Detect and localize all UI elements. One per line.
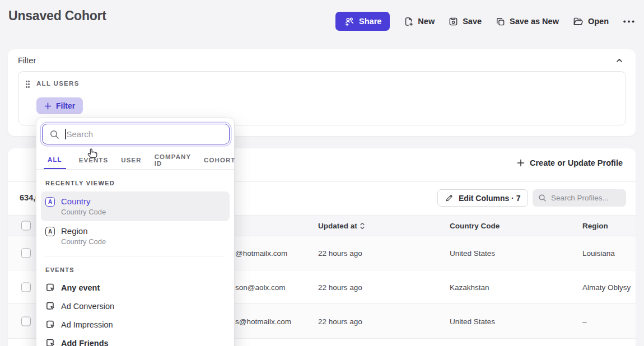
dropdown-tabs: ALL EVENTS USER COMPANY ID COHORT bbox=[36, 151, 234, 170]
row-checkbox[interactable] bbox=[21, 282, 31, 292]
tab-cohort[interactable]: COHORT bbox=[204, 151, 235, 169]
add-filter-button-label: Filter bbox=[56, 101, 75, 110]
column-header-region[interactable]: Region bbox=[582, 222, 608, 230]
edit-columns-button[interactable]: Edit Columns · 7 bbox=[437, 189, 528, 207]
floppy-disk-icon bbox=[449, 17, 458, 26]
list-item-region[interactable]: A Region Country Code bbox=[41, 221, 230, 251]
search-icon bbox=[538, 194, 547, 202]
tab-user[interactable]: USER bbox=[121, 151, 141, 169]
plus-icon bbox=[517, 159, 525, 167]
list-item-ad-conversion[interactable]: Ad Conversion bbox=[41, 297, 230, 315]
tab-all[interactable]: ALL bbox=[44, 151, 66, 169]
plus-icon bbox=[44, 102, 52, 110]
add-filter-button[interactable]: Filter bbox=[36, 97, 83, 114]
item-title: Ad Impression bbox=[61, 320, 113, 329]
cell-email: s@hotmailx.com bbox=[235, 317, 291, 325]
all-users-label: ALL USERS bbox=[36, 80, 80, 87]
click-cursor-icon bbox=[45, 301, 55, 311]
column-header-updated-at[interactable]: Updated at bbox=[318, 222, 365, 230]
dropdown-list: RECENTLY VIEWED A Country Country Code A… bbox=[41, 170, 230, 346]
click-cursor-icon bbox=[45, 320, 55, 329]
filter-dropdown: Search ALL EVENTS USER COMPANY ID COHORT… bbox=[36, 118, 235, 346]
cell-email: @hotmailx.com bbox=[235, 249, 287, 258]
top-action-bar: Share New Save Save as New bbox=[335, 12, 635, 31]
list-item-country[interactable]: A Country Country Code bbox=[41, 191, 230, 221]
list-item-add-friends[interactable]: Add Friends bbox=[41, 334, 230, 346]
recently-viewed-heading: RECENTLY VIEWED bbox=[41, 170, 230, 191]
cell-region: Louisiana bbox=[582, 249, 615, 258]
pencil-icon bbox=[445, 194, 454, 202]
select-all-checkbox[interactable] bbox=[21, 221, 31, 231]
filter-panel-title: Filter bbox=[18, 56, 36, 65]
item-title: Add Friends bbox=[61, 339, 109, 346]
row-checkbox[interactable] bbox=[21, 316, 31, 326]
item-title: Country bbox=[61, 197, 106, 206]
dropdown-search-placeholder: Search bbox=[67, 129, 94, 139]
people-plus-icon bbox=[344, 16, 354, 27]
letter-a-icon: A bbox=[45, 197, 55, 207]
row-checkbox[interactable] bbox=[21, 249, 31, 258]
text-caret bbox=[65, 129, 66, 139]
ellipsis-icon bbox=[623, 20, 635, 24]
folder-open-icon bbox=[573, 17, 584, 26]
open-button-label: Open bbox=[588, 17, 609, 26]
updated-at-label: Updated at bbox=[318, 222, 357, 230]
save-as-new-button-label: Save as New bbox=[510, 17, 559, 26]
open-button[interactable]: Open bbox=[573, 17, 609, 26]
item-subtitle: Country Code bbox=[61, 208, 106, 216]
events-heading: EVENTS bbox=[41, 256, 230, 278]
region-label: Region bbox=[582, 222, 608, 230]
cell-updated-at: 22 hours ago bbox=[318, 249, 362, 258]
new-button[interactable]: New bbox=[404, 17, 435, 26]
click-cursor-icon bbox=[45, 283, 55, 292]
column-header-country-code[interactable]: Country Code bbox=[450, 222, 500, 230]
cell-country: United States bbox=[450, 317, 495, 325]
share-button-label: Share bbox=[359, 17, 381, 26]
list-item-ad-impression[interactable]: Ad Impression bbox=[41, 315, 230, 334]
letter-a-icon: A bbox=[45, 227, 55, 236]
cell-email: son@aolx.com bbox=[235, 283, 286, 291]
save-button[interactable]: Save bbox=[449, 17, 482, 26]
cell-country: United States bbox=[450, 249, 495, 258]
cell-region: – bbox=[582, 317, 587, 325]
new-button-label: New bbox=[418, 17, 435, 26]
profiles-search bbox=[533, 189, 626, 207]
drag-handle-icon[interactable] bbox=[26, 81, 30, 89]
item-title: Ad Conversion bbox=[61, 302, 114, 311]
more-options-button[interactable] bbox=[623, 20, 635, 24]
copy-icon bbox=[496, 17, 505, 26]
create-or-update-profile-label: Create or Update Profile bbox=[530, 158, 623, 167]
tab-events[interactable]: EVENTS bbox=[79, 151, 109, 169]
collapse-chevron-up-icon[interactable] bbox=[615, 57, 623, 64]
dropdown-search-input[interactable]: Search bbox=[42, 124, 230, 144]
click-cursor-icon bbox=[45, 338, 55, 346]
create-or-update-profile-button[interactable]: Create or Update Profile bbox=[517, 158, 623, 167]
item-title: Region bbox=[61, 226, 106, 236]
cell-country: Kazakhstan bbox=[450, 283, 489, 291]
save-button-label: Save bbox=[463, 17, 482, 26]
document-plus-icon bbox=[404, 17, 413, 26]
tab-company-id[interactable]: COMPANY ID bbox=[155, 151, 191, 169]
cell-updated-at: 22 hours ago bbox=[318, 283, 362, 291]
sort-arrows-icon[interactable] bbox=[360, 222, 365, 229]
item-title: Any event bbox=[61, 283, 100, 292]
list-item-any-event[interactable]: Any event bbox=[41, 278, 230, 297]
cell-region: Almaty Oblysy bbox=[582, 283, 631, 291]
cell-updated-at: 22 hours ago bbox=[318, 317, 362, 325]
profiles-search-input[interactable] bbox=[551, 194, 618, 202]
item-subtitle: Country Code bbox=[61, 237, 106, 246]
search-icon bbox=[49, 129, 59, 139]
edit-columns-label: Edit Columns · 7 bbox=[459, 194, 520, 203]
share-button[interactable]: Share bbox=[335, 12, 390, 31]
country-code-label: Country Code bbox=[450, 222, 500, 230]
page-title: Unsaved Cohort bbox=[8, 8, 106, 24]
save-as-new-button[interactable]: Save as New bbox=[496, 17, 559, 26]
